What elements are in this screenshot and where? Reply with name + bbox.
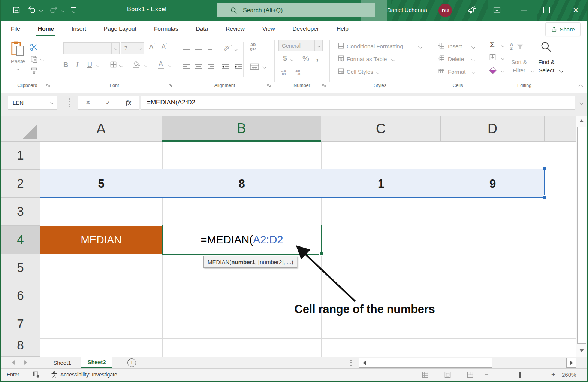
- format-cells-label[interactable]: Format: [448, 69, 466, 75]
- find-select-label-1[interactable]: Find &: [534, 59, 559, 65]
- comma-style-button[interactable]: ,: [316, 51, 319, 63]
- cut-button[interactable]: [30, 43, 38, 51]
- range-handle-bottom-right[interactable]: [543, 195, 546, 199]
- tab-review[interactable]: Review: [225, 25, 245, 32]
- redo-menu-chevron[interactable]: [61, 9, 64, 12]
- autosum-chevron[interactable]: [501, 43, 504, 47]
- format-cells-button[interactable]: [438, 68, 445, 75]
- conditional-formatting-label[interactable]: Conditional Formatting: [347, 43, 403, 49]
- underline-menu-chevron[interactable]: [96, 64, 100, 67]
- zoom-slider-track[interactable]: [493, 375, 549, 375]
- tab-help[interactable]: Help: [336, 25, 349, 32]
- hscroll-right-button[interactable]: [566, 358, 576, 368]
- font-name-combo[interactable]: [63, 42, 120, 54]
- cell-a2[interactable]: 5: [40, 170, 162, 198]
- find-select-button[interactable]: [540, 41, 552, 53]
- number-dialog-launcher[interactable]: [322, 84, 326, 88]
- format-as-table-chevron[interactable]: [391, 58, 395, 61]
- page-layout-view-button[interactable]: [444, 371, 451, 378]
- format-as-table-button[interactable]: [338, 55, 344, 62]
- collapse-ribbon-button[interactable]: [578, 84, 583, 89]
- clear-chevron[interactable]: [501, 69, 504, 73]
- fill-chevron[interactable]: [501, 56, 504, 60]
- conditional-formatting-button[interactable]: [338, 42, 344, 49]
- column-header-b[interactable]: B: [162, 116, 321, 142]
- cell-styles-label[interactable]: Cell Styles: [347, 69, 373, 75]
- name-box-chevron[interactable]: [50, 101, 54, 104]
- account-name[interactable]: Daniel Uchenna: [387, 7, 427, 13]
- column-header-partial[interactable]: [545, 116, 576, 142]
- borders-button[interactable]: [110, 61, 117, 68]
- copy-button[interactable]: [30, 55, 38, 63]
- format-cells-chevron[interactable]: [471, 70, 475, 74]
- normal-view-button[interactable]: [422, 371, 429, 378]
- format-painter-button[interactable]: [30, 67, 38, 75]
- column-header-c[interactable]: C: [321, 116, 441, 142]
- zoom-level[interactable]: 260%: [562, 372, 576, 378]
- cell-b2[interactable]: 8: [162, 170, 321, 198]
- tab-developer[interactable]: Developer: [292, 25, 320, 32]
- tab-data[interactable]: Data: [195, 25, 209, 32]
- insert-cells-chevron[interactable]: [471, 45, 475, 49]
- increase-decimal-icon[interactable]: ←0.00: [281, 69, 286, 76]
- formula-input[interactable]: =MEDIAN(A2:D2: [141, 96, 575, 110]
- row-header-7[interactable]: 7: [1, 310, 40, 338]
- paste-menu-chevron[interactable]: [16, 67, 19, 70]
- close-button[interactable]: ×: [570, 4, 581, 16]
- accounting-format-chevron[interactable]: [290, 58, 294, 61]
- new-sheet-button[interactable]: +: [127, 358, 136, 367]
- cell-c2[interactable]: 1: [321, 170, 441, 198]
- wrap-text-button[interactable]: abc↵: [250, 42, 256, 51]
- scroll-down-button[interactable]: [579, 349, 584, 352]
- row-header-6[interactable]: 6: [1, 282, 40, 310]
- find-select-label-2[interactable]: Select: [534, 67, 559, 73]
- decrease-indent-button[interactable]: [221, 64, 230, 70]
- accessibility-status[interactable]: Accessibility: Investigate: [60, 372, 117, 378]
- font-dialog-launcher[interactable]: [168, 84, 173, 88]
- sheet-tab-sheet1[interactable]: Sheet1: [48, 357, 76, 368]
- sort-filter-label-2[interactable]: Filter: [506, 67, 533, 73]
- clear-button[interactable]: [489, 67, 497, 74]
- increase-indent-button[interactable]: [234, 64, 242, 70]
- feedback-button[interactable]: [467, 5, 476, 15]
- redo-button[interactable]: [49, 5, 58, 14]
- insert-cells-button[interactable]: [438, 42, 445, 49]
- tab-home[interactable]: Home: [37, 25, 55, 32]
- zoom-in-button[interactable]: +: [551, 371, 555, 379]
- expand-formula-bar-chevron[interactable]: [579, 101, 583, 105]
- ribbon-display-options-button[interactable]: [493, 6, 501, 14]
- formula-bar-drag-handle[interactable]: [69, 98, 70, 107]
- borders-menu-chevron[interactable]: [119, 64, 123, 67]
- tab-scroll-split-handle[interactable]: [350, 360, 352, 366]
- customize-quick-access-icon[interactable]: [71, 7, 76, 8]
- row-header-5[interactable]: 5: [1, 254, 40, 282]
- zoom-slider-thumb[interactable]: [519, 372, 521, 378]
- copy-menu-chevron[interactable]: [40, 58, 44, 61]
- clipboard-dialog-launcher[interactable]: [46, 84, 51, 88]
- merge-center-button[interactable]: [250, 63, 259, 70]
- fill-color-chevron[interactable]: [144, 64, 148, 67]
- delete-cells-chevron[interactable]: [471, 58, 475, 61]
- row-header-3[interactable]: 3: [1, 198, 40, 226]
- decrease-decimal-icon[interactable]: .00→0: [295, 69, 300, 76]
- hscroll-left-button[interactable]: [359, 358, 369, 368]
- select-all-button[interactable]: [1, 116, 40, 142]
- previous-sheet-button[interactable]: [12, 360, 15, 365]
- bottom-align-button[interactable]: [207, 45, 215, 51]
- sheet-tab-sheet2[interactable]: Sheet2: [81, 357, 112, 368]
- page-break-view-button[interactable]: [467, 371, 474, 378]
- insert-function-button[interactable]: fx: [126, 99, 131, 107]
- delete-cells-label[interactable]: Delete: [448, 56, 464, 62]
- cell-styles-button[interactable]: [338, 68, 344, 75]
- tab-formulas[interactable]: Formulas: [153, 25, 179, 32]
- tooltip-argument[interactable]: number1: [231, 259, 255, 265]
- italic-button[interactable]: I: [76, 61, 78, 69]
- autosum-button[interactable]: Σ: [490, 40, 495, 49]
- maximize-button[interactable]: [543, 7, 550, 13]
- align-right-button[interactable]: [207, 64, 215, 70]
- undo-button[interactable]: [27, 5, 36, 14]
- percent-style-button[interactable]: %: [302, 54, 309, 63]
- scroll-up-button[interactable]: [579, 119, 584, 122]
- confirm-entry-button[interactable]: ✓: [106, 99, 111, 107]
- orientation-button[interactable]: ab→: [222, 41, 234, 52]
